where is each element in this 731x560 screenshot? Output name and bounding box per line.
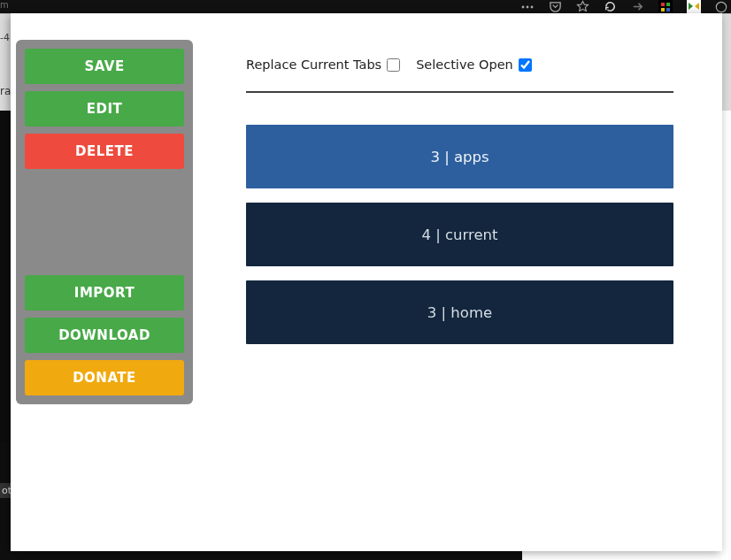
download-button[interactable]: DOWNLOAD [25,318,184,353]
svg-rect-3 [661,3,665,6]
options-row: Replace Current Tabs Selective Open [246,58,673,93]
sidebar-spacer [25,176,184,268]
extension-icon-1[interactable] [658,0,673,14]
main-content: Replace Current Tabs Selective Open 3 | … [246,58,673,344]
edit-button[interactable]: EDIT [25,91,184,127]
replace-tabs-label: Replace Current Tabs [246,58,381,72]
selective-open-label: Selective Open [416,58,513,72]
browser-toolbar: m [0,0,731,13]
bookmark-star-icon[interactable] [576,0,589,13]
replace-tabs-option[interactable]: Replace Current Tabs [246,58,400,72]
svg-point-2 [531,5,534,8]
svg-point-0 [522,5,525,8]
reload-icon[interactable] [604,0,617,13]
replace-tabs-checkbox[interactable] [387,58,400,72]
svg-rect-4 [666,3,670,6]
forward-arrow-icon[interactable] [631,0,644,13]
extension-icon-active[interactable] [687,0,701,14]
tab-groups-list: 3 | apps4 | current3 | home [246,125,673,344]
tab-group-apps[interactable]: 3 | apps [246,125,673,188]
import-button[interactable]: IMPORT [25,275,184,311]
background-fragment-1: -4 [0,32,10,43]
delete-button[interactable]: DELETE [25,134,184,169]
profile-icon[interactable] [715,1,727,13]
pocket-icon[interactable] [549,0,562,13]
more-icon[interactable] [520,0,535,14]
svg-point-1 [527,5,529,8]
extension-popup: SAVE EDIT DELETE IMPORT DOWNLOAD DONATE … [11,13,722,551]
tab-group-home[interactable]: 3 | home [246,280,673,344]
toolbar-left-fragment: m [0,0,9,13]
selective-open-option[interactable]: Selective Open [416,58,532,72]
save-button[interactable]: SAVE [25,49,184,84]
svg-rect-6 [666,8,670,12]
svg-point-7 [716,2,726,12]
tab-group-current[interactable]: 4 | current [246,203,673,266]
background-fragment-2: ra [0,85,11,97]
sidebar: SAVE EDIT DELETE IMPORT DOWNLOAD DONATE [16,40,193,404]
donate-button[interactable]: DONATE [25,360,184,395]
selective-open-checkbox[interactable] [519,58,532,72]
svg-rect-5 [661,8,665,12]
